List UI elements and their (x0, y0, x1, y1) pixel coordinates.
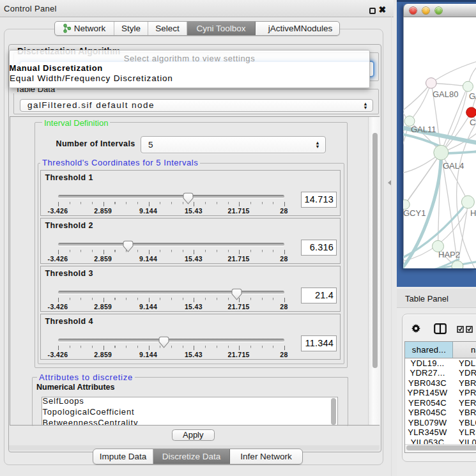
svg-text:HAP2: HAP2 (438, 250, 460, 259)
svg-text:GA: GA (469, 91, 476, 101)
svg-text:H: H (470, 208, 476, 218)
svg-text:GAL4: GAL4 (443, 161, 464, 171)
svg-text:GAL11: GAL11 (411, 125, 436, 134)
svg-text:GCY1: GCY1 (403, 208, 426, 218)
svg-text:GAL80: GAL80 (433, 89, 458, 99)
svg-text:C: C (470, 118, 475, 127)
